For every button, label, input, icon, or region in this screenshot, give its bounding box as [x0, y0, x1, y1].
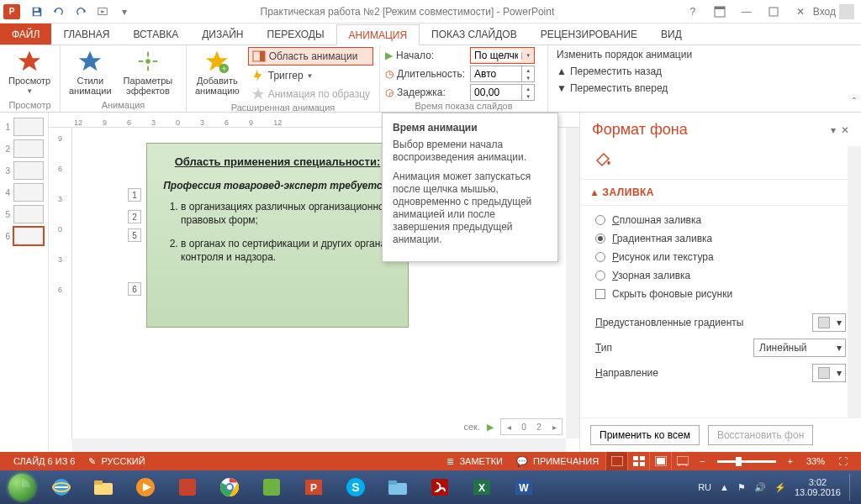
taskbar-app-icon[interactable] — [168, 474, 207, 501]
scrollbar-vertical[interactable] — [566, 128, 579, 438]
thumbnail-1[interactable] — [13, 118, 44, 136]
language-indicator[interactable]: ✎РУССКИЙ — [82, 456, 151, 467]
animation-tag[interactable]: 2 — [128, 210, 141, 223]
direction-combo[interactable]: ▾ — [812, 364, 846, 382]
radio-gradient-fill[interactable]: Градиентная заливка — [595, 233, 846, 244]
scrollbar-horizontal[interactable] — [72, 438, 566, 452]
tab-view[interactable]: ВИД — [649, 24, 694, 45]
duration-input[interactable] — [471, 68, 521, 80]
slide-content[interactable]: Область применения специальности: Профес… — [146, 143, 409, 328]
animation-styles-button[interactable]: Стили анимации — [66, 47, 115, 97]
close-icon[interactable]: ✕ — [788, 3, 813, 21]
minimize-icon[interactable]: — — [734, 3, 759, 21]
tray-volume-icon[interactable]: 🔊 — [754, 482, 766, 493]
zoom-slider[interactable] — [717, 460, 776, 463]
thumbnail-2[interactable] — [13, 139, 44, 158]
ribbon-options-icon[interactable] — [707, 3, 732, 21]
taskbar-folder-icon[interactable] — [378, 474, 417, 501]
tray-flag-icon[interactable]: ▲ — [720, 482, 729, 492]
taskbar-excel-icon[interactable]: X — [462, 474, 501, 501]
chevron-down-icon[interactable]: ▼ — [522, 74, 534, 81]
zoom-out-icon[interactable]: − — [693, 456, 711, 466]
type-combo[interactable]: Линейный▾ — [753, 339, 846, 357]
play-icon[interactable]: ▶ — [487, 422, 494, 433]
save-icon[interactable] — [27, 3, 47, 21]
help-icon[interactable]: ? — [680, 3, 705, 21]
slideshow-view-icon[interactable] — [671, 452, 693, 470]
undo-icon[interactable] — [49, 3, 69, 21]
chevron-down-icon[interactable]: ▼ — [522, 52, 534, 60]
checkbox-hide-bg[interactable]: Скрыть фоновые рисунки — [595, 288, 846, 300]
start-from-beginning-icon[interactable] — [92, 3, 113, 21]
trigger-button[interactable]: Триггер ▼ — [248, 67, 373, 84]
pane-scrollbar[interactable] — [848, 146, 861, 418]
zoom-in-icon[interactable]: + — [781, 456, 800, 466]
zoom-level[interactable]: 33% — [800, 456, 832, 466]
taskbar-explorer-icon[interactable] — [84, 474, 123, 501]
chevron-up-icon[interactable]: ▲ — [522, 66, 534, 74]
qat-customize-icon[interactable]: ▾ — [114, 3, 135, 21]
tab-animations[interactable]: АНИМАЦИЯ — [336, 24, 420, 45]
pane-menu-icon[interactable]: ▾ — [831, 124, 836, 136]
taskbar-app2-icon[interactable] — [252, 474, 291, 501]
pager-prev[interactable]: ◂ — [501, 419, 516, 434]
maximize-icon[interactable] — [761, 3, 786, 21]
tray-battery-icon[interactable]: ⚡ — [774, 482, 786, 493]
radio-solid-fill[interactable]: ССплошная заливкаплошная заливка — [595, 214, 846, 226]
taskbar-acrobat-icon[interactable] — [420, 474, 459, 501]
taskbar-media-icon[interactable] — [126, 474, 165, 501]
pager-next[interactable]: ▸ — [547, 419, 562, 434]
effect-options-button[interactable]: Параметры эффектов — [120, 47, 177, 97]
notes-button[interactable]: ≣ЗАМЕТКИ — [440, 456, 510, 467]
tab-file[interactable]: ФАЙЛ — [0, 24, 51, 45]
sorter-view-icon[interactable] — [627, 452, 649, 470]
section-fill-header[interactable]: ▴ ЗАЛИВКА — [580, 180, 861, 206]
animation-pane-button[interactable]: Область анимации — [248, 47, 373, 66]
pager[interactable]: ◂ 0 2 ▸ — [500, 418, 563, 435]
tab-home[interactable]: ГЛАВНАЯ — [51, 24, 121, 45]
taskbar-word-icon[interactable]: W — [504, 474, 543, 501]
fill-mode-icon[interactable] — [592, 147, 615, 171]
thumbnail-5[interactable] — [13, 205, 44, 223]
tray-network-icon[interactable]: ⚑ — [737, 482, 746, 493]
taskbar-ie-icon[interactable] — [42, 474, 81, 501]
animation-tag[interactable]: 1 — [128, 188, 141, 202]
slide-counter[interactable]: СЛАЙД 6 ИЗ 6 — [7, 456, 82, 466]
add-animation-button[interactable]: + Добавить анимацию — [192, 47, 243, 97]
move-earlier-button[interactable]: ▲Переместить назад — [553, 64, 695, 79]
show-desktop[interactable] — [849, 474, 856, 501]
start-combo[interactable]: ▼ — [470, 47, 535, 64]
thumbnail-6[interactable] — [13, 227, 44, 245]
preview-button[interactable]: Просмотр ▼ — [5, 47, 54, 97]
start-button[interactable] — [5, 470, 39, 504]
taskbar-skype-icon[interactable]: S — [336, 474, 375, 501]
pane-close-icon[interactable]: ✕ — [841, 124, 849, 136]
tray-lang[interactable]: RU — [698, 482, 711, 492]
taskbar-chrome-icon[interactable] — [210, 474, 249, 501]
animation-tag[interactable]: 6 — [128, 282, 141, 296]
chevron-down-icon[interactable]: ▼ — [522, 92, 534, 100]
animation-tag[interactable]: 5 — [128, 228, 141, 242]
preset-combo[interactable]: ▾ — [812, 313, 846, 332]
move-later-button[interactable]: ▼Переместить вперед — [553, 81, 695, 96]
tray-clock[interactable]: 3:02 13.09.2016 — [795, 477, 841, 497]
radio-pattern-fill[interactable]: Узорная заливка — [595, 270, 846, 281]
tab-insert[interactable]: ВСТАВКА — [121, 24, 190, 45]
reading-view-icon[interactable] — [649, 452, 671, 470]
tab-review[interactable]: РЕЦЕНЗИРОВАНИЕ — [529, 24, 649, 45]
sign-in[interactable]: Вход — [813, 4, 854, 19]
tab-slideshow[interactable]: ПОКАЗ СЛАЙДОВ — [420, 24, 529, 45]
thumbnail-3[interactable] — [13, 161, 44, 180]
duration-spinner[interactable]: ▲▼ — [470, 66, 535, 82]
thumbnail-4[interactable] — [13, 183, 44, 202]
comments-button[interactable]: 💬ПРИМЕЧАНИЯ — [510, 456, 605, 467]
apply-to-all-button[interactable]: Применить ко всем — [590, 425, 700, 445]
taskbar-powerpoint-icon[interactable]: P — [294, 474, 333, 501]
tab-transitions[interactable]: ПЕРЕХОДЫ — [256, 24, 336, 45]
chevron-up-icon[interactable]: ▲ — [522, 85, 534, 92]
fit-to-window-icon[interactable]: ⛶ — [832, 456, 854, 466]
tab-design[interactable]: ДИЗАЙН — [190, 24, 255, 45]
collapse-ribbon-icon[interactable]: ˆ — [853, 97, 856, 108]
radio-picture-fill[interactable]: Рисунок или текстура — [595, 251, 846, 263]
delay-spinner[interactable]: ▲▼ — [470, 84, 535, 101]
